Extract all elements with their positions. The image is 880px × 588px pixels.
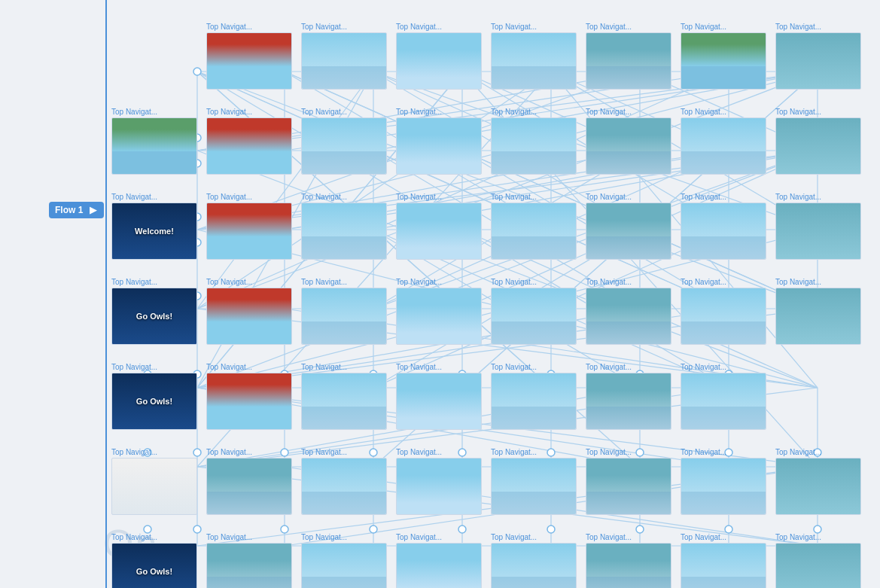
flow-label[interactable]: Flow 1 ▶ [49, 202, 104, 218]
scene-card-r2-c6[interactable]: Top Navigat... [681, 193, 769, 272]
scene-card-r5-c7[interactable]: Top Navigat... [775, 448, 864, 527]
scene-card-r4-c4[interactable]: Top Navigat... [491, 363, 580, 442]
scene-card-r4-c5[interactable]: Top Navigat... [586, 363, 674, 442]
scene-card-r5-c6[interactable]: Top Navigat... [681, 448, 769, 527]
scene-label-r0-c6: Top Navigat... [681, 23, 769, 31]
scene-card-r2-c4[interactable]: Top Navigat... [491, 193, 580, 272]
scene-label-r2-c3: Top Navigat... [396, 193, 485, 201]
scene-card-r1-c4[interactable]: Top Navigat... [491, 108, 580, 187]
scene-thumb-r3-c2 [301, 288, 387, 345]
scene-thumb-r6-c3 [396, 543, 482, 588]
scene-thumb-r5-c5 [586, 458, 671, 515]
scene-card-r5-c0[interactable]: Top Navigat... [111, 448, 200, 527]
scene-card-r0-c1[interactable]: Top Navigat... [206, 23, 295, 102]
scene-thumb-r0-c4 [491, 32, 577, 90]
scene-card-r4-c3[interactable]: Top Navigat... [396, 363, 485, 442]
scene-thumb-r2-c0: Welcome! [111, 203, 197, 260]
scene-label-r5-c6: Top Navigat... [681, 448, 769, 456]
scene-thumb-r0-c3 [396, 32, 482, 90]
scene-thumb-r6-c6 [681, 543, 766, 588]
scene-card-r1-c0[interactable]: Top Navigat... [111, 108, 200, 187]
scene-label-r4-c4: Top Navigat... [491, 363, 580, 371]
scene-label-r3-c5: Top Navigat... [586, 278, 674, 286]
scene-card-r5-c1[interactable]: Top Navigat... [206, 448, 295, 527]
scene-thumb-r3-c6 [681, 288, 766, 345]
scene-label-r6-c6: Top Navigat... [681, 533, 769, 541]
scene-card-r5-c5[interactable]: Top Navigat... [586, 448, 674, 527]
scene-card-r1-c6[interactable]: Top Navigat... [681, 108, 769, 187]
scene-card-r3-c5[interactable]: Top Navigat... [586, 278, 674, 357]
scene-card-r5-c3[interactable]: Top Navigat... [396, 448, 485, 527]
scene-thumb-r1-c4 [491, 117, 577, 175]
scene-card-r2-c1[interactable]: Top Navigat... [206, 193, 295, 272]
scene-label-r1-c5: Top Navigat... [586, 108, 674, 116]
scene-thumb-r1-c6 [681, 117, 766, 175]
scene-card-r6-c6[interactable]: Top Navigat... [681, 533, 769, 588]
scene-card-r6-c5[interactable]: Top Navigat... [586, 533, 674, 588]
scene-thumb-r4-c0: Go Owls! [111, 373, 197, 430]
scene-card-r2-c7[interactable]: Top Navigat... [775, 193, 864, 272]
scene-thumb-r4-c1 [206, 373, 292, 430]
scene-thumb-r3-c1 [206, 288, 292, 345]
scene-label-r4-c1: Top Navigat... [206, 363, 295, 371]
scene-card-r3-c1[interactable]: Top Navigat... [206, 278, 295, 357]
scene-card-r2-c5[interactable]: Top Navigat... [586, 193, 674, 272]
scene-thumb-r6-c1 [206, 543, 292, 588]
scene-card-r1-c2[interactable]: Top Navigat... [301, 108, 390, 187]
scene-label-r3-c1: Top Navigat... [206, 278, 295, 286]
scene-thumb-r2-c7 [775, 203, 861, 260]
scene-card-r2-c3[interactable]: Top Navigat... [396, 193, 485, 272]
scene-card-r1-c1[interactable]: Top Navigat... [206, 108, 295, 187]
scene-thumb-r4-c3 [396, 373, 482, 430]
play-icon[interactable]: ▶ [87, 205, 98, 215]
scene-label-r6-c3: Top Navigat... [396, 533, 485, 541]
scenes-grid: Top Navigat...Top Navigat...Top Navigat.… [111, 23, 864, 588]
scene-label-r2-c2: Top Navigat... [301, 193, 390, 201]
scene-card-r3-c3[interactable]: Top Navigat... [396, 278, 485, 357]
scene-card-r4-c1[interactable]: Top Navigat... [206, 363, 295, 442]
scene-card-r0-c3[interactable]: Top Navigat... [396, 23, 485, 102]
scene-card-r6-c3[interactable]: Top Navigat... [396, 533, 485, 588]
scene-thumb-r6-c7 [775, 543, 861, 588]
scene-label-r2-c5: Top Navigat... [586, 193, 674, 201]
scene-label-r3-c6: Top Navigat... [681, 278, 769, 286]
scene-card-r5-c4[interactable]: Top Navigat... [491, 448, 580, 527]
scene-card-r5-c2[interactable]: Top Navigat... [301, 448, 390, 527]
scene-thumb-r5-c7 [775, 458, 861, 515]
scene-label-r1-c6: Top Navigat... [681, 108, 769, 116]
scene-card-r0-c5[interactable]: Top Navigat... [586, 23, 674, 102]
scene-label-r0-c7: Top Navigat... [775, 23, 864, 31]
scene-thumb-r2-c5 [586, 203, 671, 260]
scene-card-r1-c3[interactable]: Top Navigat... [396, 108, 485, 187]
scene-thumb-r4-c2 [301, 373, 387, 430]
scene-card-r3-c2[interactable]: Top Navigat... [301, 278, 390, 357]
scene-card-r6-c1[interactable]: Top Navigat... [206, 533, 295, 588]
scene-thumb-r3-c7 [775, 288, 861, 345]
scene-label-r0-c2: Top Navigat... [301, 23, 390, 31]
scene-card-r6-c4[interactable]: Top Navigat... [491, 533, 580, 588]
scene-card-r1-c7[interactable]: Top Navigat... [775, 108, 864, 187]
scene-card-r0-c7[interactable]: Top Navigat... [775, 23, 864, 102]
scene-card-r4-c2[interactable]: Top Navigat... [301, 363, 390, 442]
scene-card-r4-c6[interactable]: Top Navigat... [681, 363, 769, 442]
scene-label-r6-c7: Top Navigat... [775, 533, 864, 541]
scene-label-r1-c0: Top Navigat... [111, 108, 200, 116]
scene-label-r2-c4: Top Navigat... [491, 193, 580, 201]
scene-card-r0-c2[interactable]: Top Navigat... [301, 23, 390, 102]
scene-card-r0-c6[interactable]: Top Navigat... [681, 23, 769, 102]
scene-card-r6-c7[interactable]: Top Navigat... [775, 533, 864, 588]
scene-card-r0-c4[interactable]: Top Navigat... [491, 23, 580, 102]
scene-card-r2-c2[interactable]: Top Navigat... [301, 193, 390, 272]
scene-card-r4-c0[interactable]: Top Navigat...Go Owls! [111, 363, 200, 442]
scene-thumb-r5-c1 [206, 458, 292, 515]
scene-card-r3-c6[interactable]: Top Navigat... [681, 278, 769, 357]
scene-card-r2-c0[interactable]: Top Navigat...Welcome! [111, 193, 200, 272]
scene-card-r6-c0[interactable]: Top Navigat...Go Owls! [111, 533, 200, 588]
scene-card-r3-c0[interactable]: Top Navigat...Go Owls! [111, 278, 200, 357]
scene-thumb-r0-c6 [681, 32, 766, 90]
scene-card-r3-c4[interactable]: Top Navigat... [491, 278, 580, 357]
scene-thumb-r3-c5 [586, 288, 671, 345]
scene-card-r1-c5[interactable]: Top Navigat... [586, 108, 674, 187]
scene-card-r3-c7[interactable]: Top Navigat... [775, 278, 864, 357]
scene-card-r6-c2[interactable]: Top Navigat... [301, 533, 390, 588]
